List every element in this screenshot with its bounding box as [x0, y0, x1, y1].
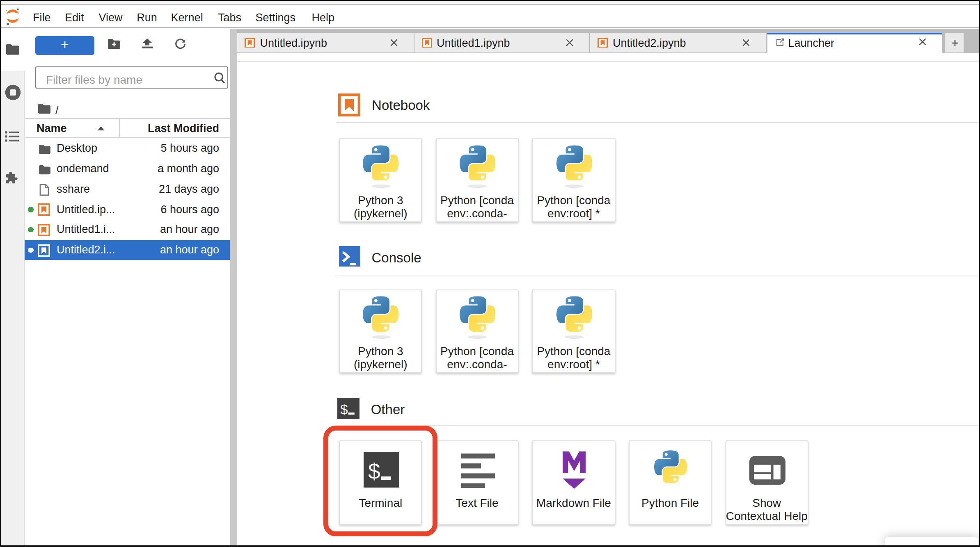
svg-text:$: $	[340, 401, 347, 417]
